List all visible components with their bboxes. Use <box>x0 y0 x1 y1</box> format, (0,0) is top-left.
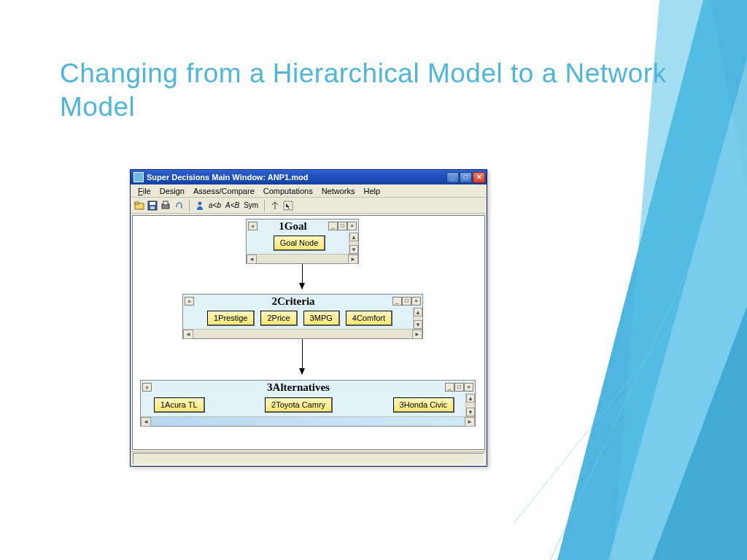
node-goal[interactable]: Goal Node <box>274 236 326 251</box>
menu-design[interactable]: Design <box>155 186 189 196</box>
node-comfort[interactable]: 4Comfort <box>346 311 392 326</box>
cluster-vscroll[interactable]: ▲▼ <box>413 308 422 329</box>
cluster-close-icon[interactable]: × <box>411 297 421 306</box>
arrow-criteria-to-alternatives <box>302 339 303 374</box>
node-honda[interactable]: 3Honda Civic <box>393 397 454 413</box>
cluster-handle-icon[interactable]: ▫ <box>142 383 152 392</box>
svg-line-4 <box>514 233 747 560</box>
svg-rect-10 <box>150 206 155 209</box>
cluster-alternatives[interactable]: ▫ 3Alternatives _ □ × 1Acura TL 2Toyota … <box>140 380 476 427</box>
cluster-vscroll[interactable]: ▲▼ <box>349 233 358 254</box>
node-toyota[interactable]: 2Toyota Camry <box>265 397 333 413</box>
menu-file[interactable]: File <box>133 186 155 196</box>
person-icon[interactable] <box>194 200 206 211</box>
svg-line-3 <box>550 146 747 560</box>
cluster-handle-icon[interactable]: ▫ <box>185 297 194 306</box>
statusbar <box>131 451 487 466</box>
save-icon[interactable] <box>147 200 158 211</box>
window-titlebar[interactable]: Super Decisions Main Window: ANP1.mod _ … <box>131 170 487 184</box>
cluster-minimize-icon[interactable]: _ <box>392 297 402 306</box>
menu-computations[interactable]: Computations <box>259 186 317 196</box>
svg-marker-5 <box>652 306 747 560</box>
cluster-criteria[interactable]: ▫ 2Criteria _ □ × 1Prestige 2Price 3MPG … <box>182 294 423 339</box>
model-canvas[interactable]: ▫ 1Goal _ □ × Goal Node ▲▼ ◄► ▫ <box>132 215 485 450</box>
anchor-icon[interactable] <box>269 200 281 211</box>
slide-title: Changing from a Hierarchical Model to a … <box>60 57 747 125</box>
menu-help[interactable]: Help <box>359 186 384 196</box>
cluster-goal-title: 1Goal <box>258 220 328 233</box>
menubar: File Design Assess/Compare Computations … <box>131 184 487 198</box>
toolbar: a<b A<B Sym <box>131 198 487 214</box>
cluster-goal[interactable]: ▫ 1Goal _ □ × Goal Node ▲▼ ◄► <box>246 219 359 264</box>
svg-marker-2 <box>608 58 747 560</box>
svg-rect-7 <box>135 202 139 204</box>
svg-line-15 <box>272 202 275 205</box>
menu-assess[interactable]: Assess/Compare <box>189 186 259 196</box>
select-icon[interactable] <box>282 200 294 211</box>
cluster-maximize-icon[interactable]: □ <box>454 383 464 392</box>
minimize-button[interactable]: _ <box>446 172 459 183</box>
svg-rect-12 <box>163 201 168 205</box>
svg-line-16 <box>275 202 278 205</box>
toolbar-separator <box>189 200 190 211</box>
attach-icon[interactable] <box>173 200 185 211</box>
cluster-criteria-title: 2Criteria <box>194 295 392 308</box>
node-prestige[interactable]: 1Prestige <box>207 311 255 326</box>
toolbar-formula-ab-lower[interactable]: a<b <box>207 201 222 209</box>
cluster-minimize-icon[interactable]: _ <box>328 222 338 230</box>
cluster-minimize-icon[interactable]: _ <box>445 383 454 392</box>
status-inset <box>133 453 484 464</box>
node-acura[interactable]: 1Acura TL <box>154 397 205 413</box>
cluster-hscroll[interactable]: ◄► <box>183 329 422 338</box>
maximize-button[interactable]: □ <box>460 172 472 183</box>
app-window: Super Decisions Main Window: ANP1.mod _ … <box>130 169 487 467</box>
node-mpg[interactable]: 3MPG <box>303 311 340 326</box>
cluster-hscroll[interactable]: ◄ ► <box>141 416 475 426</box>
node-price[interactable]: 2Price <box>260 311 297 326</box>
arrow-goal-to-criteria <box>302 264 303 289</box>
menu-networks[interactable]: Networks <box>317 186 360 196</box>
close-button[interactable]: ✕ <box>473 172 485 183</box>
cluster-handle-icon[interactable]: ▫ <box>248 222 258 230</box>
print-icon[interactable] <box>160 200 171 211</box>
svg-rect-9 <box>150 202 155 205</box>
toolbar-sym[interactable]: Sym <box>242 201 260 209</box>
cluster-maximize-icon[interactable]: □ <box>402 297 411 306</box>
svg-point-13 <box>198 201 202 205</box>
app-icon <box>133 172 144 182</box>
cluster-close-icon[interactable]: × <box>347 222 357 230</box>
cluster-alternatives-title: 3Alternatives <box>152 381 445 394</box>
window-title: Super Decisions Main Window: ANP1.mod <box>147 173 446 182</box>
cluster-vscroll[interactable]: ▲▼ <box>465 394 475 416</box>
toolbar-separator <box>264 200 265 211</box>
cluster-hscroll[interactable]: ◄► <box>247 254 358 263</box>
open-icon[interactable] <box>133 200 145 211</box>
toolbar-formula-ab-upper[interactable]: A<B <box>224 201 241 209</box>
cluster-close-icon[interactable]: × <box>464 383 473 392</box>
cluster-maximize-icon[interactable]: □ <box>338 222 347 230</box>
